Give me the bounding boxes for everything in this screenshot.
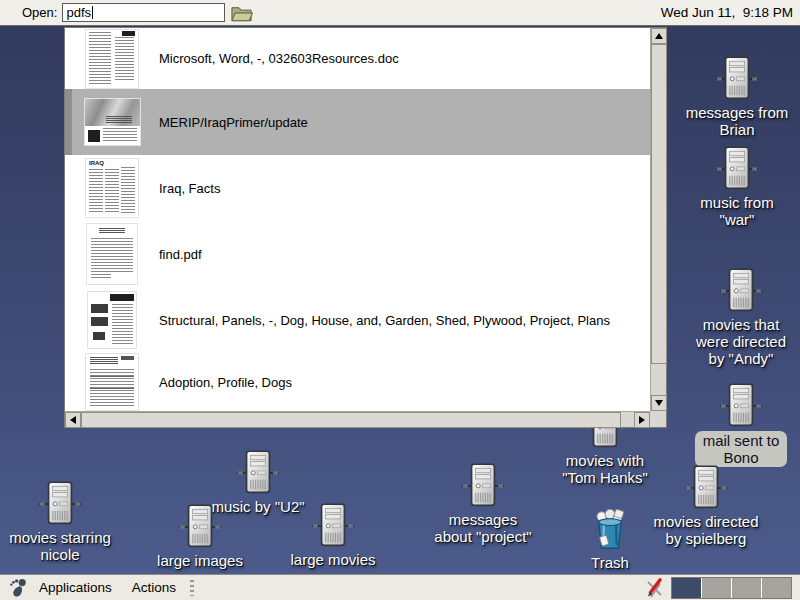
document-thumbnail: IRAQ [86,159,138,217]
search-results-dropdown: Microsoft, Word, -, 032603Resources.doc … [64,27,667,428]
red-pen-applet-icon[interactable] [645,577,665,599]
menu-actions[interactable]: Actions [122,575,186,600]
desktop-icon-movies-starring-nicole[interactable]: movies starringnicole [0,481,140,563]
server-icon [462,463,504,509]
panel-drag-handle[interactable] [190,580,194,596]
server-icon [720,383,762,429]
result-label: Adoption, Profile, Dogs [159,375,292,390]
server-icon [312,503,354,549]
down-arrow-icon [655,400,663,406]
thumbnail-title: IRAQ [89,160,104,166]
gnome-foot-icon[interactable] [9,578,29,598]
result-row[interactable]: Microsoft, Word, -, 032603Resources.doc [65,28,650,89]
workspace-4[interactable] [762,578,791,598]
desktop-icon-movies-directed-by-spielberg[interactable]: movies directedby spielberg [626,465,786,547]
server-icon [237,450,279,496]
open-folder-button[interactable] [229,3,253,23]
result-label: MERIP/IraqPrimer/update [159,115,308,130]
workspace-3[interactable] [732,578,761,598]
document-thumbnail [85,99,140,145]
result-label: find.pdf [159,247,202,262]
document-thumbnail [86,354,138,410]
result-label: Iraq, Facts [159,181,220,196]
desktop-icon-label: movies directedby spielberg [626,513,786,547]
result-row[interactable]: Structural, Panels, -, Dog, House, and, … [65,287,650,353]
desktop-icon-label: large movies [253,551,413,568]
desktop-icon-label: Trash [530,554,690,571]
result-label: Microsoft, Word, -, 032603Resources.doc [159,51,399,66]
open-folder-icon [230,4,253,22]
server-icon [685,465,727,511]
trash-icon [589,509,631,552]
open-label: Open: [22,5,57,20]
desktop-icon-label: movies thatwere directedby "Andy" [661,316,800,367]
open-input[interactable]: pdfs [62,3,225,22]
desktop-icon-movies-directed-by-andy[interactable]: movies thatwere directedby "Andy" [661,268,800,367]
desktop-icon-label: music from"war" [657,194,800,228]
server-icon [716,56,758,102]
document-thumbnail [87,224,137,284]
text-caret [92,6,93,19]
desktop-icon-large-movies[interactable]: large movies [253,503,413,568]
desktop-icon-label-selected: mail sent toBono [695,431,788,467]
server-icon [720,268,762,314]
vertical-scrollbar[interactable] [650,28,666,411]
results-list: Microsoft, Word, -, 032603Resources.doc … [65,28,650,411]
open-toolbar: Open: pdfs Wed Jun 11, 9:18 PM [0,0,800,26]
bottom-panel: Applications Actions [0,574,800,600]
desktop-icon-music-from-war[interactable]: music from"war" [657,146,800,228]
clock: Wed Jun 11, 9:18 PM [661,0,793,25]
server-icon [39,481,81,527]
desktop-icon-label: messages fromBrian [657,104,800,138]
left-arrow-icon [70,416,76,424]
document-thumbnail [86,30,138,88]
result-label: Structural, Panels, -, Dog, House, and, … [159,313,610,328]
scroll-left-button[interactable] [65,412,81,428]
document-thumbnail [88,292,136,348]
workspace-switcher [671,577,792,599]
up-arrow-icon [655,33,663,39]
desktop-icon-label: movies starringnicole [0,529,140,563]
scrollbar-corner [650,411,666,427]
scroll-up-button[interactable] [651,28,667,44]
open-input-value: pdfs [66,5,91,20]
right-arrow-icon [639,416,645,424]
vertical-scrollbar-thumb[interactable] [651,44,667,364]
server-icon [716,146,758,192]
result-row[interactable]: IRAQ Iraq, Facts [65,155,650,221]
workspace-2[interactable] [702,578,731,598]
workspace-1[interactable] [672,578,701,598]
server-icon [179,504,221,550]
scroll-right-button[interactable] [634,412,650,428]
menu-applications[interactable]: Applications [29,575,122,600]
result-row-selected[interactable]: MERIP/IraqPrimer/update [65,89,650,155]
desktop-icon-messages-from-brian[interactable]: messages fromBrian [657,56,800,138]
horizontal-scrollbar[interactable] [65,411,650,427]
result-row[interactable]: Adoption, Profile, Dogs [65,353,650,411]
scroll-down-button[interactable] [651,395,667,411]
result-row[interactable]: find.pdf [65,221,650,287]
horizontal-scrollbar-thumb[interactable] [81,412,621,428]
